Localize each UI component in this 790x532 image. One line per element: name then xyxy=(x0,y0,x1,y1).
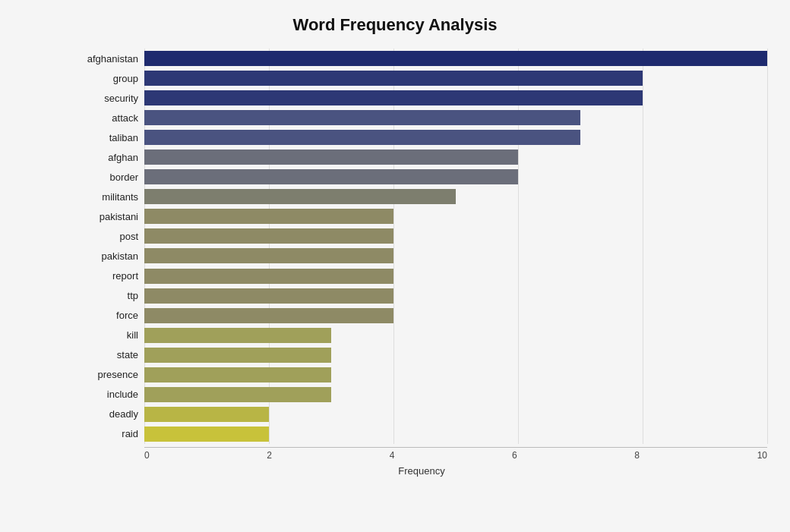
y-label-afghan: afghan xyxy=(76,150,138,165)
bar-fill-afghan xyxy=(144,150,518,165)
bar-fill-force xyxy=(144,308,393,323)
bar-fill-post xyxy=(144,228,393,244)
bar-row-deadly xyxy=(144,407,767,422)
bar-fill-security xyxy=(144,90,643,105)
x-tick-0: 0 xyxy=(144,450,150,461)
y-label-pakistani: pakistani xyxy=(76,209,138,224)
y-label-group: group xyxy=(76,71,138,86)
bar-row-taliban xyxy=(144,130,767,145)
bar-row-raid xyxy=(144,427,767,442)
y-label-report: report xyxy=(76,269,138,284)
bar-row-ttp xyxy=(144,288,767,304)
bar-row-post xyxy=(144,228,767,244)
bar-fill-attack xyxy=(144,110,580,125)
x-tick-10: 10 xyxy=(757,450,767,461)
bar-row-pakistani xyxy=(144,209,767,224)
bar-fill-presence xyxy=(144,367,331,382)
bar-row-border xyxy=(144,169,767,184)
bar-row-security xyxy=(144,90,767,105)
bar-fill-include xyxy=(144,387,331,402)
bar-fill-deadly xyxy=(144,407,269,422)
x-tick-8: 8 xyxy=(634,450,640,461)
x-tick-2: 2 xyxy=(267,450,272,461)
y-label-border: border xyxy=(76,169,138,184)
y-label-include: include xyxy=(76,387,138,402)
y-label-post: post xyxy=(76,228,138,244)
y-label-taliban: taliban xyxy=(76,130,138,145)
bar-fill-afghanistan xyxy=(144,51,767,66)
y-label-deadly: deadly xyxy=(76,407,138,422)
x-axis-label: Frequency xyxy=(76,465,767,477)
bar-fill-raid xyxy=(144,427,269,442)
bar-row-attack xyxy=(144,110,767,125)
y-label-militants: militants xyxy=(76,189,138,204)
bar-fill-kill xyxy=(144,328,331,343)
bar-fill-militants xyxy=(144,189,456,204)
bar-row-group xyxy=(144,71,767,86)
y-label-security: security xyxy=(76,90,138,105)
y-label-state: state xyxy=(76,348,138,363)
bar-row-afghan xyxy=(144,150,767,165)
bar-fill-border xyxy=(144,169,518,184)
y-label-force: force xyxy=(76,308,138,323)
bar-row-report xyxy=(144,269,767,284)
chart-title: Word Frequency Analysis xyxy=(23,15,767,35)
bar-fill-report xyxy=(144,269,393,284)
bar-row-state xyxy=(144,348,767,363)
bar-fill-taliban xyxy=(144,130,580,145)
y-label-ttp: ttp xyxy=(76,288,138,304)
bar-row-militants xyxy=(144,189,767,204)
y-label-pakistan: pakistan xyxy=(76,248,138,263)
x-tick-6: 6 xyxy=(512,450,517,461)
y-label-raid: raid xyxy=(76,427,138,442)
bar-row-presence xyxy=(144,367,767,382)
bar-fill-state xyxy=(144,348,331,363)
gridline-10 xyxy=(767,49,768,444)
bar-fill-ttp xyxy=(144,288,393,304)
bar-row-afghanistan xyxy=(144,51,767,66)
bar-row-force xyxy=(144,308,767,323)
x-tick-4: 4 xyxy=(390,450,395,461)
bar-fill-pakistan xyxy=(144,248,393,263)
y-label-presence: presence xyxy=(76,367,138,382)
y-label-afghanistan: afghanistan xyxy=(76,51,138,66)
bar-fill-pakistani xyxy=(144,209,393,224)
y-label-attack: attack xyxy=(76,110,138,125)
bar-fill-group xyxy=(144,71,643,86)
y-label-kill: kill xyxy=(76,328,138,343)
bar-row-include xyxy=(144,387,767,402)
bar-row-pakistan xyxy=(144,248,767,263)
bar-row-kill xyxy=(144,328,767,343)
chart-container: Word Frequency Analysis afghanistangroup… xyxy=(0,0,790,532)
